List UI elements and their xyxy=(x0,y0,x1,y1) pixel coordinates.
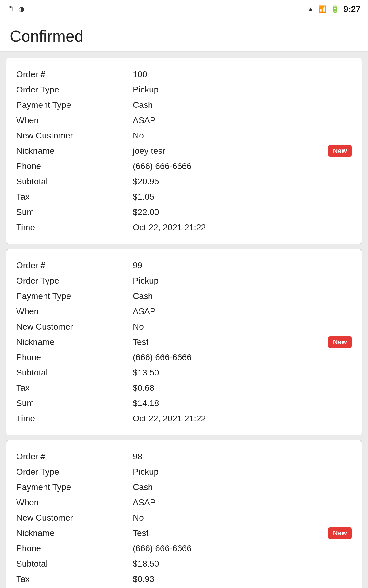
order-value: $14.18 xyxy=(133,397,352,410)
order-card-order-100[interactable]: Order #100Order TypePickupPayment TypeCa… xyxy=(6,58,362,244)
order-value: $0.93 xyxy=(133,573,352,586)
new-badge: New xyxy=(328,527,352,539)
order-row: Subtotal$18.50 xyxy=(16,556,352,571)
order-label: Phone xyxy=(16,160,133,173)
order-label: Order Type xyxy=(16,274,133,287)
order-row: Order TypePickup xyxy=(16,273,352,288)
order-row: WhenASAP xyxy=(16,495,352,510)
order-label: Phone xyxy=(16,542,133,555)
order-row: Order #100 xyxy=(16,67,352,82)
order-value: joey tesr xyxy=(133,145,352,157)
status-bar: 🗒 ◑ ▲ 📶 🔋 9:27 xyxy=(0,0,368,18)
order-row: New CustomerNo xyxy=(16,510,352,526)
circle-icon: ◑ xyxy=(18,5,24,13)
order-row: Sum$14.18 xyxy=(16,396,352,411)
order-label: When xyxy=(16,496,133,509)
order-value: Test xyxy=(133,336,352,349)
new-badge: New xyxy=(328,145,352,157)
order-value: Cash xyxy=(133,99,352,111)
status-bar-left: 🗒 ◑ xyxy=(7,5,24,13)
order-row: Subtotal$20.95 xyxy=(16,174,352,189)
order-value: Pickup xyxy=(133,83,352,96)
order-label: Time xyxy=(16,412,133,425)
order-row: Tax$0.68 xyxy=(16,380,352,396)
order-row: TimeOct 22, 2021 21:22 xyxy=(16,411,352,426)
order-value: 100 xyxy=(133,68,352,81)
order-label: Order Type xyxy=(16,466,133,478)
page-header: Confirmed xyxy=(0,18,368,52)
order-value: Cash xyxy=(133,290,352,303)
order-label: Sum xyxy=(16,206,133,219)
order-label: Subtotal xyxy=(16,175,133,188)
order-value: $20.95 xyxy=(133,175,352,188)
sim-icon: 🗒 xyxy=(7,5,14,13)
order-value: Oct 22, 2021 21:22 xyxy=(133,221,352,234)
order-row: Nicknamejoey tesr xyxy=(16,143,352,159)
order-label: New Customer xyxy=(16,320,133,333)
order-label: Sum xyxy=(16,397,133,410)
order-row: Payment TypeCash xyxy=(16,97,352,113)
order-row: Phone(666) 666-6666 xyxy=(16,350,352,365)
order-value: ASAP xyxy=(133,496,352,509)
order-value: Pickup xyxy=(133,274,352,287)
order-value: (666) 666-6666 xyxy=(133,160,352,173)
order-label: Order # xyxy=(16,68,133,81)
order-label: Payment Type xyxy=(16,481,133,494)
order-row: New CustomerNo xyxy=(16,319,352,334)
order-row: WhenASAP xyxy=(16,304,352,319)
order-value: $18.50 xyxy=(133,557,352,570)
order-value: Cash xyxy=(133,481,352,494)
order-row: Sum$22.00 xyxy=(16,205,352,220)
order-row: NicknameTest xyxy=(16,334,352,350)
order-value: No xyxy=(133,129,352,142)
order-label: Subtotal xyxy=(16,366,133,379)
order-label: Payment Type xyxy=(16,290,133,303)
order-value: 99 xyxy=(133,259,352,272)
order-label: When xyxy=(16,305,133,318)
order-row: Payment TypeCash xyxy=(16,288,352,304)
order-row: Order #98 xyxy=(16,449,352,464)
new-badge: New xyxy=(328,336,352,348)
page-title: Confirmed xyxy=(10,27,358,45)
order-value: Test xyxy=(133,527,352,540)
order-value: (666) 666-6666 xyxy=(133,351,352,364)
order-value: $1.05 xyxy=(133,190,352,203)
order-label: Time xyxy=(16,221,133,234)
order-value: No xyxy=(133,511,352,524)
order-card-order-98[interactable]: Order #98Order TypePickupPayment TypeCas… xyxy=(6,440,362,588)
order-label: Order # xyxy=(16,259,133,272)
order-label: Tax xyxy=(16,573,133,586)
order-row: Subtotal$13.50 xyxy=(16,365,352,380)
order-row: Order TypePickup xyxy=(16,464,352,480)
order-row: TimeOct 22, 2021 21:22 xyxy=(16,220,352,235)
order-value: $0.68 xyxy=(133,382,352,394)
order-label: Nickname xyxy=(16,336,133,349)
signal-icon: 📶 xyxy=(318,5,327,13)
order-value: No xyxy=(133,320,352,333)
order-row: Sum$19.43 xyxy=(16,587,352,588)
order-row: Order #99 xyxy=(16,258,352,273)
order-row: Tax$0.93 xyxy=(16,571,352,587)
wifi-icon: ▲ xyxy=(307,5,314,13)
order-row: Phone(666) 666-6666 xyxy=(16,541,352,556)
order-value: ASAP xyxy=(133,305,352,318)
status-bar-right: ▲ 📶 🔋 9:27 xyxy=(307,4,361,14)
order-label: Phone xyxy=(16,351,133,364)
battery-icon: 🔋 xyxy=(331,5,339,13)
order-label: Payment Type xyxy=(16,99,133,111)
order-value: (666) 666-6666 xyxy=(133,542,352,555)
order-label: New Customer xyxy=(16,511,133,524)
order-row: Phone(666) 666-6666 xyxy=(16,159,352,174)
content-area: Order #100Order TypePickupPayment TypeCa… xyxy=(0,52,368,588)
order-label: When xyxy=(16,114,133,127)
order-value: $22.00 xyxy=(133,206,352,219)
order-label: Order Type xyxy=(16,83,133,96)
order-row: Payment TypeCash xyxy=(16,480,352,495)
order-row: New CustomerNo xyxy=(16,128,352,143)
order-card-order-99[interactable]: Order #99Order TypePickupPayment TypeCas… xyxy=(6,249,362,435)
order-value: $13.50 xyxy=(133,366,352,379)
order-row: NicknameTest xyxy=(16,526,352,541)
order-value: Pickup xyxy=(133,466,352,478)
order-label: Tax xyxy=(16,190,133,203)
order-label: Tax xyxy=(16,382,133,394)
